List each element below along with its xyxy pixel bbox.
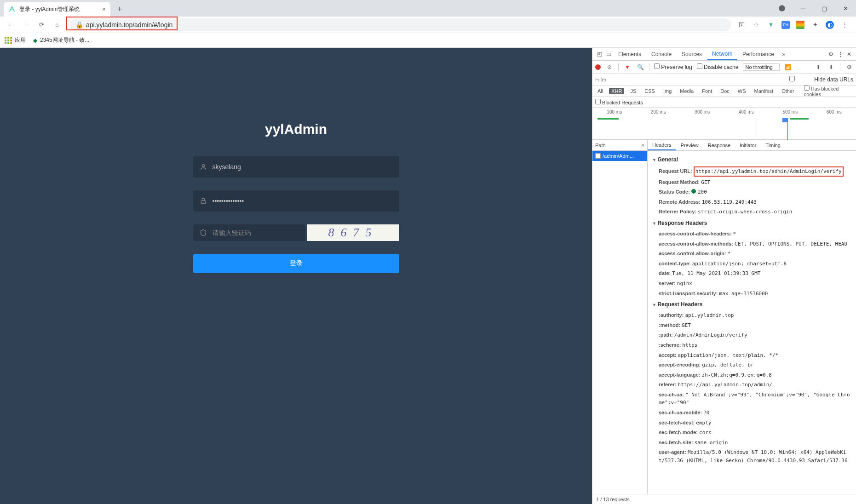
upload-icon[interactable]: ⬆ [814,63,822,71]
tab-elements[interactable]: Elements [614,48,646,60]
bookmark-2345[interactable]: ◆ 2345网址导航 - 致... [33,36,89,44]
type-filter-font[interactable]: Font [700,88,714,94]
devtools-menu-icon[interactable]: ⋮ [836,50,844,58]
detail-tab-timing[interactable]: Timing [761,140,785,150]
request-list: Path × /admin/Adm... [592,140,648,494]
disable-cache-checkbox[interactable]: Disable cache [697,63,739,70]
header-row: sec-fetch-dest: empty [652,418,851,428]
ext-icon-2[interactable] [796,21,804,29]
tab-sources[interactable]: Sources [677,48,707,60]
type-filter-img[interactable]: Img [661,88,674,94]
back-button[interactable]: ← [4,18,17,31]
request-detail: HeadersPreviewResponseInitiatorTiming Ge… [648,140,856,494]
password-key-icon[interactable]: ⚿ [737,21,746,29]
hide-data-urls-checkbox[interactable]: Hide data URLs [771,76,853,83]
maximize-button[interactable]: ▢ [814,0,835,17]
password-input[interactable] [213,197,393,205]
header-row: sec-ch-ua: " Not A;Brand";v="99", "Chrom… [652,390,851,408]
new-tab-button[interactable]: + [113,3,126,16]
captcha-field-wrapper[interactable] [193,224,305,241]
device-toggle-icon[interactable]: ▭ [604,50,613,58]
request-item[interactable]: /admin/Adm... [592,151,647,161]
close-detail-icon[interactable]: × [642,143,644,148]
filter-input[interactable] [595,77,637,82]
minimize-button[interactable]: ─ [793,0,814,17]
devtools-close-icon[interactable]: ✕ [845,50,853,58]
search-icon[interactable]: 🔍 [636,63,644,71]
captcha-image[interactable]: 8675 [307,224,399,241]
type-filter-other[interactable]: Other [779,88,797,94]
preserve-log-checkbox[interactable]: Preserve log [654,63,692,70]
record-button[interactable] [595,64,601,70]
general-section[interactable]: General [652,156,851,163]
throttling-select[interactable]: No throttling [743,63,779,71]
vue-ext-icon[interactable]: ▼ [767,21,775,29]
menu-icon[interactable]: ⋮ [840,21,849,29]
ext-icon-1[interactable]: FH [781,21,790,29]
type-filter-css[interactable]: CSS [642,88,657,94]
login-button[interactable]: 登录 [193,254,399,273]
response-headers-section[interactable]: Response Headers [652,220,851,226]
star-icon[interactable]: ☆ [752,21,760,29]
forward-button[interactable]: → [19,18,32,31]
network-waterfall[interactable]: 100 ms200 ms300 ms400 ms500 ms600 ms [592,108,856,140]
username-input[interactable] [213,163,393,171]
wifi-icon[interactable]: 📶 [784,63,793,71]
download-icon[interactable]: ⬇ [827,63,835,71]
detail-tab-preview[interactable]: Preview [676,140,703,150]
svg-rect-2 [201,200,205,204]
clear-icon[interactable]: ⊘ [605,63,614,71]
user-icon [200,163,207,171]
type-filter-all[interactable]: All [595,88,605,94]
reload-button[interactable]: ⟳ [35,18,48,31]
password-field-wrapper[interactable] [193,190,399,212]
svg-point-0 [779,5,785,11]
username-field-wrapper[interactable] [193,156,399,178]
network-settings-icon[interactable]: ⚙ [845,63,853,71]
type-filter-doc[interactable]: Doc [718,88,732,94]
tab-performance[interactable]: Performance [738,48,779,60]
more-tabs-icon[interactable]: » [780,50,788,58]
type-filter-manifest[interactable]: Manifest [752,88,776,94]
site-favicon [8,6,16,13]
url-input[interactable]: 🔒 api.yyladmin.top/admin/#/login [70,18,731,31]
blocked-requests-checkbox[interactable]: Blocked Requests [595,99,643,105]
detail-tab-initiator[interactable]: Initiator [735,140,761,150]
filter-icon[interactable]: ▼ [623,63,632,71]
header-row: access-control-allow-origin: * [652,249,851,259]
detail-tab-response[interactable]: Response [703,140,735,150]
blocked-cookies-checkbox[interactable]: Has blocked cookies [804,85,853,97]
header-row: date: Tue, 11 May 2021 01:39:33 GMT [652,269,851,279]
header-row: :method: GET [652,321,851,331]
close-button[interactable]: ✕ [835,0,856,17]
extensions-icon[interactable]: ✦ [811,21,819,29]
login-form: 8675 登录 [193,156,399,273]
home-button[interactable]: ⌂ [51,18,63,31]
type-filter-ws[interactable]: WS [735,88,748,94]
detail-tab-headers[interactable]: Headers [648,140,676,150]
tab-close-icon[interactable]: × [102,6,106,13]
profile-avatar[interactable]: ◐ [826,21,834,29]
header-row: access-control-allow-methods: GET, POST,… [652,239,851,249]
window-controls: ─ ▢ ✕ [771,0,856,17]
lock-icon [200,197,207,205]
header-row: :scheme: https [652,340,851,350]
devtools-status-bar: 1 / 13 requests [592,494,856,504]
type-filter-media[interactable]: Media [678,88,696,94]
browser-tabstrip: 登录 - yylAdmin管理系统 × + ─ ▢ ✕ [0,0,856,17]
captcha-input[interactable] [213,229,299,236]
bookmark-icon: ◆ [33,37,37,44]
tab-network[interactable]: Network [707,48,737,60]
settings-gear-icon[interactable]: ⚙ [827,50,835,58]
tab-console[interactable]: Console [647,48,676,60]
apps-bookmark[interactable]: 应用 [5,36,26,44]
browser-tab[interactable]: 登录 - yylAdmin管理系统 × [4,2,110,17]
type-filter-js[interactable]: JS [628,88,638,94]
type-filter-xhr[interactable]: XHR [609,88,624,94]
status-dot-icon [691,189,696,194]
request-headers-section[interactable]: Request Headers [652,301,851,308]
inspect-icon[interactable]: ◰ [595,50,603,58]
network-toolbar: ⊘ ▼ 🔍 Preserve log Disable cache No thro… [592,61,856,74]
svg-point-1 [202,165,204,167]
header-row: sec-fetch-site: same-origin [652,438,851,448]
